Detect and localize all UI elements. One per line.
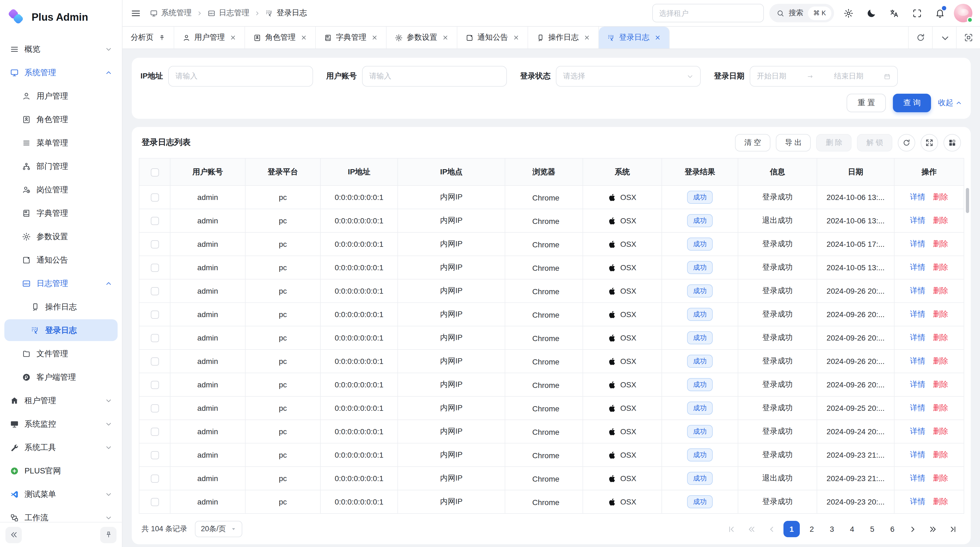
sidebar-item[interactable]: DEV日志管理: [4, 273, 118, 294]
user-avatar[interactable]: [954, 4, 972, 22]
sidebar-item[interactable]: 系统管理: [4, 62, 118, 83]
last-page-button[interactable]: [945, 521, 961, 537]
refresh-tab-button[interactable]: [908, 27, 932, 48]
sidebar-item[interactable]: 操作日志: [4, 296, 118, 317]
row-checkbox[interactable]: [151, 334, 159, 343]
delete-link[interactable]: 删除: [933, 286, 948, 295]
detail-link[interactable]: 详情: [910, 263, 925, 271]
delete-link[interactable]: 删除: [933, 309, 948, 318]
notifications-button[interactable]: [931, 4, 948, 22]
tab[interactable]: 通知公告: [457, 27, 528, 48]
delete-link[interactable]: 删除: [933, 263, 948, 271]
row-checkbox[interactable]: [151, 475, 159, 483]
row-checkbox[interactable]: [151, 498, 159, 506]
tab-close-icon[interactable]: [230, 34, 236, 41]
tab[interactable]: 字典管理: [316, 27, 387, 48]
row-checkbox[interactable]: [151, 405, 159, 413]
row-checkbox[interactable]: [151, 381, 159, 389]
delete-link[interactable]: 删除: [933, 333, 948, 341]
tab-close-icon[interactable]: [654, 34, 661, 41]
tab[interactable]: 角色管理: [245, 27, 316, 48]
row-checkbox[interactable]: [151, 428, 159, 436]
sidebar-item[interactable]: 客户端管理: [4, 366, 118, 388]
detail-link[interactable]: 详情: [910, 286, 925, 295]
page-number-button[interactable]: 4: [844, 521, 860, 537]
tab-menu-button[interactable]: [932, 27, 956, 48]
sidebar-item[interactable]: 租户管理: [4, 389, 118, 411]
detail-link[interactable]: 详情: [910, 192, 925, 201]
tab[interactable]: 参数设置: [387, 27, 457, 48]
login-date-range-picker[interactable]: 开始日期 结束日期: [750, 66, 898, 87]
detail-link[interactable]: 详情: [910, 309, 925, 318]
detail-link[interactable]: 详情: [910, 333, 925, 341]
breadcrumb-item[interactable]: DEV日志管理: [207, 8, 249, 18]
page-number-button[interactable]: 2: [803, 521, 820, 537]
detail-link[interactable]: 详情: [910, 239, 925, 248]
detail-link[interactable]: 详情: [910, 216, 925, 225]
delete-link[interactable]: 删除: [933, 216, 948, 225]
column-settings-button[interactable]: [943, 134, 961, 151]
tab-close-icon[interactable]: [442, 34, 449, 41]
user-account-input[interactable]: 请输入: [362, 66, 507, 87]
detail-link[interactable]: 详情: [910, 356, 925, 365]
settings-button[interactable]: [840, 4, 857, 22]
sidebar-item[interactable]: 文件管理: [4, 343, 118, 365]
delete-link[interactable]: 删除: [933, 403, 948, 412]
table-refresh-button[interactable]: [898, 134, 915, 151]
page-number-button[interactable]: 1: [783, 521, 800, 537]
pin-icon[interactable]: [158, 34, 165, 41]
ip-address-input[interactable]: 请输入: [168, 66, 313, 87]
detail-link[interactable]: 详情: [910, 450, 925, 459]
delete-link[interactable]: 删除: [933, 427, 948, 435]
toolbar-button[interactable]: 清 空: [735, 134, 770, 151]
row-checkbox[interactable]: [151, 217, 159, 225]
sidebar-collapse-button[interactable]: [5, 526, 22, 543]
row-checkbox[interactable]: [151, 287, 159, 295]
sidebar-item[interactable]: 工作流: [4, 507, 118, 522]
tab[interactable]: 操作日志: [528, 27, 599, 48]
global-search-button[interactable]: 搜索 ⌘ K: [769, 4, 834, 22]
toolbar-button[interactable]: 导 出: [776, 134, 811, 151]
sidebar-pin-button[interactable]: [100, 526, 116, 543]
dark-mode-toggle[interactable]: [862, 4, 880, 22]
next-page-button[interactable]: [904, 521, 921, 537]
table-scrollbar-thumb[interactable]: [966, 188, 969, 213]
login-status-select[interactable]: 请选择: [556, 66, 701, 87]
page-size-select[interactable]: 20条/页: [195, 521, 242, 537]
sidebar-item[interactable]: 岗位管理: [4, 179, 118, 201]
page-number-button[interactable]: 3: [824, 521, 840, 537]
sidebar-item[interactable]: 参数设置: [4, 226, 118, 247]
sidebar-item[interactable]: 登录日志: [4, 319, 118, 341]
sidebar-item[interactable]: 角色管理: [4, 108, 118, 130]
tab[interactable]: 登录日志: [599, 27, 670, 48]
row-checkbox[interactable]: [151, 264, 159, 272]
tab[interactable]: 分析页: [123, 27, 174, 48]
sidebar-item[interactable]: 部门管理: [4, 155, 118, 177]
tab-close-icon[interactable]: [584, 34, 590, 41]
tab-close-icon[interactable]: [301, 34, 307, 41]
detail-link[interactable]: 详情: [910, 427, 925, 435]
detail-link[interactable]: 详情: [910, 497, 925, 506]
delete-link[interactable]: 删除: [933, 192, 948, 201]
detail-link[interactable]: 详情: [910, 474, 925, 482]
delete-link[interactable]: 删除: [933, 474, 948, 482]
sidebar-item[interactable]: 系统监控: [4, 413, 118, 435]
delete-link[interactable]: 删除: [933, 450, 948, 459]
sidebar-item[interactable]: 系统工具: [4, 436, 118, 458]
row-checkbox[interactable]: [151, 451, 159, 459]
content-fullscreen-button[interactable]: [956, 27, 980, 48]
sidebar-item[interactable]: 字典管理: [4, 202, 118, 224]
delete-link[interactable]: 删除: [933, 239, 948, 248]
table-fullscreen-button[interactable]: [921, 134, 938, 151]
next-group-button[interactable]: [924, 521, 941, 537]
sidebar-item[interactable]: 测试菜单: [4, 483, 118, 505]
row-checkbox[interactable]: [151, 241, 159, 249]
menu-toggle-button[interactable]: [127, 4, 144, 22]
sidebar-item[interactable]: 概览: [4, 38, 118, 60]
tab-close-icon[interactable]: [371, 34, 378, 41]
row-checkbox[interactable]: [151, 311, 159, 319]
tenant-select-input[interactable]: [652, 4, 764, 22]
language-button[interactable]: [885, 4, 903, 22]
detail-link[interactable]: 详情: [910, 380, 925, 388]
tab-close-icon[interactable]: [513, 34, 519, 41]
